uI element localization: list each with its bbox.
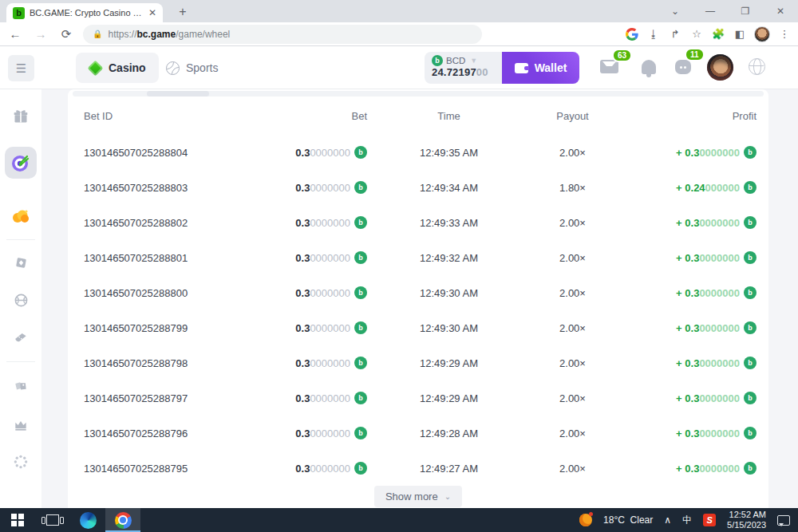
table-row[interactable]: 130146507025288797 0.30000000 b 12:49:29… xyxy=(68,380,768,416)
hamburger-menu-button[interactable]: ☰ xyxy=(8,55,34,81)
close-tab-icon[interactable]: ✕ xyxy=(148,7,156,18)
table-row[interactable]: 130146507025288803 0.30000000 b 12:49:34… xyxy=(68,170,768,205)
chrome-taskbar-icon[interactable] xyxy=(105,508,140,532)
time-cell: 12:49:27 AM xyxy=(420,463,478,475)
bet-id-cell: 130146507025288796 xyxy=(84,428,307,439)
bet-id-cell: 130146507025288798 xyxy=(84,357,307,369)
scrolled-tab-strip xyxy=(73,91,764,97)
taskbar-clock[interactable]: 12:52 AM5/15/2023 xyxy=(727,510,766,530)
bcd-coin-icon: b xyxy=(354,321,367,334)
action-center-icon[interactable] xyxy=(777,515,790,526)
bcd-coin-icon: b xyxy=(354,181,367,194)
payout-cell: 2.00× xyxy=(559,392,586,404)
chat-icon[interactable] xyxy=(675,60,691,74)
left-sidebar xyxy=(0,89,41,508)
show-more-chevron-icon: ⌄ xyxy=(444,492,451,501)
browser-menu-icon[interactable]: ⋮ xyxy=(777,27,792,41)
weather-text[interactable]: 18°C Clear xyxy=(603,514,653,526)
tab-title: BC.GAME: Crypto Casino Games xyxy=(30,8,144,18)
minimize-window-button[interactable]: — xyxy=(693,6,728,17)
tab-sports[interactable]: Sports xyxy=(153,53,231,83)
address-bar[interactable]: 🔒 https://bc.game/game/wheel xyxy=(83,25,482,44)
download-icon[interactable]: ⭳ xyxy=(646,27,661,41)
bcd-coin-icon: b xyxy=(744,321,757,334)
table-row[interactable]: 130146507025288799 0.30000000 b 12:49:30… xyxy=(68,310,768,345)
table-row[interactable]: 130146507025288801 0.30000000 b 12:49:32… xyxy=(68,240,768,275)
user-avatar[interactable] xyxy=(707,54,733,81)
table-row[interactable]: 130146507025288804 0.30000000 b 12:49:35… xyxy=(68,135,768,170)
close-window-button[interactable]: ✕ xyxy=(763,6,798,17)
bcd-coin-icon: b xyxy=(744,251,757,264)
bcd-coin-icon: b xyxy=(744,181,757,194)
sidebar-dartboard-icon[interactable] xyxy=(5,147,37,179)
bet-amount-cell: 0.30000000 b xyxy=(295,146,367,159)
ime-indicator[interactable]: 中 xyxy=(682,514,692,527)
side-panel-icon[interactable]: ◧ xyxy=(733,27,747,41)
bet-id-cell: 130146507025288797 xyxy=(84,392,307,404)
tab-search-chevron-icon[interactable]: ⌄ xyxy=(658,6,693,17)
show-more-button[interactable]: Show more ⌄ xyxy=(374,486,462,507)
bet-amount-cell: 0.30000000 b xyxy=(295,181,367,194)
bcd-coin-icon: b xyxy=(744,357,757,369)
forward-button[interactable]: → xyxy=(32,27,49,41)
browser-tab[interactable]: b BC.GAME: Crypto Casino Games ✕ xyxy=(6,3,163,22)
sidebar-dots-circle-icon[interactable] xyxy=(5,446,37,478)
extensions-puzzle-icon[interactable]: 🧩 xyxy=(711,27,725,41)
time-cell: 12:49:29 AM xyxy=(420,357,478,369)
sidebar-tags-icon[interactable] xyxy=(5,372,37,404)
notifications-bell-icon[interactable] xyxy=(642,60,656,74)
table-row[interactable]: 130146507025288802 0.30000000 b 12:49:33… xyxy=(68,205,768,240)
share-icon[interactable]: ↱ xyxy=(668,27,682,41)
back-button[interactable]: ← xyxy=(6,27,24,41)
bet-amount-cell: 0.30000000 b xyxy=(295,321,367,334)
start-button[interactable] xyxy=(0,508,35,532)
bet-history-card: Bet ID Bet Time Payout Profit 1301465070… xyxy=(68,89,768,508)
wallet-button[interactable]: Wallet xyxy=(502,52,579,84)
bookmark-star-icon[interactable]: ☆ xyxy=(689,27,704,41)
bcd-coin-icon: b xyxy=(354,146,367,159)
table-row[interactable]: 130146507025288795 0.30000000 b 12:49:27… xyxy=(68,451,768,486)
lock-icon: 🔒 xyxy=(93,30,102,38)
restore-window-button[interactable]: ❐ xyxy=(728,6,763,17)
col-header-payout: Payout xyxy=(556,110,588,122)
bcd-coin-icon: b xyxy=(354,286,367,299)
bet-id-cell: 130146507025288801 xyxy=(84,252,307,264)
bcd-coin-icon: b xyxy=(744,216,757,229)
sidebar-basketball-icon[interactable] xyxy=(5,284,37,316)
bcd-coin-icon: b xyxy=(354,427,367,439)
sidebar-card-diamond-icon[interactable] xyxy=(5,246,37,278)
browser-profile-avatar[interactable] xyxy=(754,26,770,42)
table-row[interactable]: 130146507025288796 0.30000000 b 12:49:28… xyxy=(68,416,768,451)
bet-amount-cell: 0.30000000 b xyxy=(295,462,367,475)
tab-casino[interactable]: Casino xyxy=(76,53,159,83)
chevron-down-icon: ▼ xyxy=(470,57,477,65)
time-cell: 12:49:28 AM xyxy=(420,428,478,439)
sidebar-crown-icon[interactable] xyxy=(5,409,37,441)
bet-amount-cell: 0.30000000 b xyxy=(295,427,367,439)
bet-table-header: Bet ID Bet Time Payout Profit xyxy=(68,97,768,135)
bcd-coin-icon: b xyxy=(432,55,443,66)
tray-chevron-icon[interactable]: ∧ xyxy=(664,514,671,526)
sidebar-gift-icon[interactable] xyxy=(5,100,37,132)
payout-cell: 2.00× xyxy=(559,357,586,369)
table-row[interactable]: 130146507025288800 0.30000000 b 12:49:30… xyxy=(68,275,768,310)
sogou-icon[interactable]: S xyxy=(703,514,716,526)
new-tab-button[interactable]: + xyxy=(174,4,192,22)
bcgame-favicon-icon: b xyxy=(13,7,25,19)
reload-button[interactable]: ⟳ xyxy=(57,27,75,41)
sidebar-ticket-icon[interactable] xyxy=(5,321,37,353)
task-view-button[interactable] xyxy=(35,508,70,532)
bet-id-cell: 130146507025288795 xyxy=(84,463,307,475)
browser-tab-strip: b BC.GAME: Crypto Casino Games ✕ + ⌄ — ❐… xyxy=(0,0,798,22)
edge-taskbar-icon[interactable] xyxy=(70,508,105,532)
profit-cell: + 0.30000000 b xyxy=(676,462,757,475)
bet-id-cell: 130146507025288803 xyxy=(84,182,307,194)
profit-cell: + 0.30000000 b xyxy=(676,146,757,159)
sidebar-coins-icon[interactable] xyxy=(5,199,37,231)
balance-selector[interactable]: b BCD ▼ 24.7219700 xyxy=(425,52,502,84)
google-icon[interactable] xyxy=(625,27,639,41)
table-row[interactable]: 130146507025288798 0.30000000 b 12:49:29… xyxy=(68,345,768,380)
browser-toolbar: ← → ⟳ 🔒 https://bc.game/game/wheel ⭳ ↱ ☆… xyxy=(0,22,798,46)
language-globe-icon[interactable] xyxy=(749,58,765,75)
weather-moon-icon[interactable] xyxy=(579,514,592,526)
